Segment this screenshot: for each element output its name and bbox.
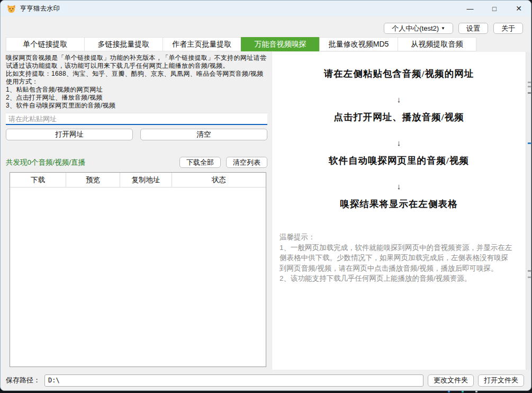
usage-title: 使用方式： [6, 78, 267, 86]
maximize-button[interactable]: □ [482, 1, 507, 16]
tips-title: 温馨提示： [279, 232, 513, 243]
instruction-steps: 请在左侧粘贴包含音频/视频的网址 ↓ 点击打开网址、播放音频/视频 ↓ 软件自动… [272, 52, 526, 209]
scrollbar-mark-blue [528, 142, 531, 144]
close-button[interactable]: ✕ [507, 1, 531, 16]
tab-author-page-batch-extract[interactable]: 作者主页批量提取 [163, 37, 241, 51]
scrollbar-mark [528, 92, 531, 94]
clear-url-button[interactable]: 清空 [140, 129, 267, 140]
minimize-icon: — [467, 5, 474, 13]
open-url-button[interactable]: 打开网址 [6, 129, 133, 140]
arrow-down-icon: ↓ [272, 139, 526, 147]
toolbar: 个人中心(test2) ▼ 设置 关于 [384, 23, 523, 34]
results-table: 下载 预览 复制地址 状态 [10, 172, 266, 367]
results-status-row: 共发现0个音频/视频/直播 下载全部 清空列表 [6, 157, 267, 168]
maximize-icon: □ [492, 5, 497, 13]
minimize-button[interactable]: — [458, 1, 482, 16]
usage-step-3: 3、软件自动嗅探网页里面的音频/视频 [6, 102, 267, 110]
window-title: 亨亨猫去水印 [20, 4, 60, 13]
clear-list-button[interactable]: 清空列表 [226, 157, 267, 168]
column-header-copy-url: 复制地址 [120, 173, 172, 187]
save-path-label: 保存路径： [6, 376, 40, 385]
caret-down-icon: ▼ [441, 26, 445, 31]
column-header-status: 状态 [172, 173, 266, 187]
tip-1: 1、一般网页加载完成，软件就能嗅探到网页中的音视频资源，并显示在左侧表格中供下载… [279, 243, 513, 274]
scrollbar-mark [528, 276, 531, 278]
tips-block: 温馨提示： 1、一般网页加载完成，软件就能嗅探到网页中的音视频资源，并显示在左侧… [272, 226, 526, 284]
tab-single-link-extract[interactable]: 单个链接提取 [6, 37, 85, 51]
save-path-input[interactable] [44, 374, 423, 387]
close-icon: ✕ [516, 4, 522, 13]
tab-batch-modify-md5[interactable]: 批量修改视频MD5 [319, 37, 398, 51]
right-panel-scrollbar[interactable] [526, 52, 531, 370]
tip-2: 2、该功能支持下载几乎任何网页上能播放的音频/视频资源。 [279, 273, 513, 284]
results-table-body [10, 187, 266, 367]
instruction-step-2: 点击打开网址、播放音频/视频 [272, 112, 526, 122]
instruction-step-1: 请在左侧粘贴包含音频/视频的网址 [272, 69, 526, 78]
change-folder-button[interactable]: 更改文件夹 [428, 374, 474, 387]
settings-button[interactable]: 设置 [458, 23, 488, 34]
account-label: 个人中心(test2) [392, 24, 439, 33]
tab-multi-link-batch-extract[interactable]: 多链接批量提取 [84, 37, 163, 51]
taskbar-icon [448, 391, 450, 392]
results-table-header: 下载 预览 复制地址 状态 [10, 173, 266, 187]
cat-app-icon [7, 4, 16, 13]
instruction-step-4: 嗅探结果将显示在左侧表格 [272, 199, 526, 209]
scrollbar-mark [528, 86, 531, 87]
found-count-status: 共发现0个音频/视频/直播 [6, 158, 85, 167]
left-panel: 嗅探网页音视频是「单个链接提取」功能的补充版本，「单个链接提取」不支持的网址请尝… [6, 54, 267, 367]
url-input[interactable] [6, 113, 267, 125]
right-instruction-panel: 请在左侧粘贴包含音频/视频的网址 ↓ 点击打开网址、播放音频/视频 ↓ 软件自动… [272, 52, 526, 370]
usage-step-2: 2、点击打开网址、播放音频/视频 [6, 94, 267, 102]
url-action-row: 打开网址 清空 [6, 129, 267, 140]
account-dropdown[interactable]: 个人中心(test2) ▼ [384, 23, 453, 34]
arrow-down-icon: ↓ [272, 95, 526, 104]
bottom-bar: 保存路径： 更改文件夹 打开文件夹 [1, 370, 531, 391]
feature-description: 嗅探网页音视频是「单个链接提取」功能的补充版本，「单个链接提取」不支持的网址请尝… [6, 54, 267, 70]
open-folder-button[interactable]: 打开文件夹 [478, 374, 524, 387]
about-button[interactable]: 关于 [493, 23, 523, 34]
window-controls: — □ ✕ [458, 1, 531, 16]
supported-sites: 比如支持提取：1688、淘宝、知乎、豆瓣、酷狗、京东、凤凰网、唯品会等网页音频/… [6, 70, 267, 78]
column-header-preview: 预览 [66, 173, 120, 187]
arrow-down-icon: ↓ [272, 182, 526, 191]
scrollbar-mark [528, 82, 531, 83]
column-header-download: 下载 [10, 173, 66, 187]
titlebar: 亨亨猫去水印 — □ ✕ [1, 1, 531, 16]
scrollbar-mark [528, 270, 531, 272]
tab-extract-audio-from-video[interactable]: 从视频提取音频 [398, 37, 476, 51]
tab-universal-av-sniffer[interactable]: 万能音视频嗅探 [241, 37, 320, 51]
taskbar-icon [475, 391, 477, 392]
usage-step-1: 1、粘贴包含音频/视频的网页网址 [6, 86, 267, 94]
taskbar-icon [462, 391, 464, 392]
download-all-button[interactable]: 下载全部 [179, 157, 221, 168]
instruction-step-3: 软件自动嗅探网页里的音频/视频 [272, 156, 526, 165]
app-window: 亨亨猫去水印 — □ ✕ 个人中心(test2) ▼ 设置 关于 [0, 0, 531, 391]
screen: 亨亨猫去水印 — □ ✕ 个人中心(test2) ▼ 设置 关于 [0, 0, 532, 393]
tab-bar: 单个链接提取 多链接批量提取 作者主页批量提取 万能音视频嗅探 批量修改视频MD… [6, 37, 476, 51]
